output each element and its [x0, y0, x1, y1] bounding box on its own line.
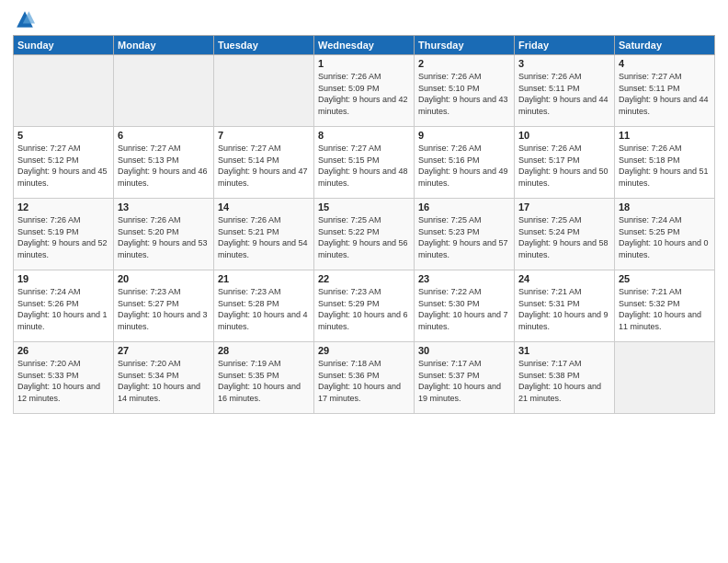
day-info: Sunrise: 7:27 AMSunset: 5:14 PMDaylight:…: [218, 143, 310, 189]
day-info: Sunrise: 7:24 AMSunset: 5:25 PMDaylight:…: [619, 214, 711, 260]
day-number: 4: [619, 58, 711, 69]
day-info: Sunrise: 7:26 AMSunset: 5:16 PMDaylight:…: [418, 143, 510, 189]
logo: [13, 9, 39, 29]
week-row-2: 5Sunrise: 7:27 AMSunset: 5:12 PMDaylight…: [14, 127, 715, 199]
calendar-cell: 19Sunrise: 7:24 AMSunset: 5:26 PMDayligh…: [14, 270, 114, 342]
calendar-cell: 30Sunrise: 7:17 AMSunset: 5:37 PMDayligh…: [415, 342, 515, 414]
day-number: 29: [318, 345, 410, 356]
day-info: Sunrise: 7:20 AMSunset: 5:33 PMDaylight:…: [17, 358, 109, 404]
calendar-cell: 15Sunrise: 7:25 AMSunset: 5:22 PMDayligh…: [314, 199, 415, 270]
calendar-table: SundayMondayTuesdayWednesdayThursdayFrid…: [13, 35, 715, 414]
header: [13, 9, 715, 29]
calendar-cell: 2Sunrise: 7:26 AMSunset: 5:10 PMDaylight…: [415, 55, 515, 127]
calendar-cell: 8Sunrise: 7:27 AMSunset: 5:15 PMDaylight…: [314, 127, 415, 199]
day-info: Sunrise: 7:18 AMSunset: 5:36 PMDaylight:…: [318, 358, 410, 404]
day-number: 22: [318, 273, 410, 284]
week-row-4: 19Sunrise: 7:24 AMSunset: 5:26 PMDayligh…: [14, 270, 715, 342]
day-info: Sunrise: 7:27 AMSunset: 5:13 PMDaylight:…: [118, 143, 210, 189]
day-number: 6: [118, 130, 210, 141]
calendar-cell: 21Sunrise: 7:23 AMSunset: 5:28 PMDayligh…: [214, 270, 314, 342]
week-row-1: 1Sunrise: 7:26 AMSunset: 5:09 PMDaylight…: [14, 55, 715, 127]
week-row-3: 12Sunrise: 7:26 AMSunset: 5:19 PMDayligh…: [14, 199, 715, 270]
day-number: 2: [418, 58, 510, 69]
day-number: 20: [118, 273, 210, 284]
day-info: Sunrise: 7:23 AMSunset: 5:27 PMDaylight:…: [118, 286, 210, 332]
day-number: 31: [518, 345, 610, 356]
day-number: 26: [17, 345, 109, 356]
day-info: Sunrise: 7:24 AMSunset: 5:26 PMDaylight:…: [17, 286, 109, 332]
day-header-wednesday: Wednesday: [314, 36, 415, 55]
day-header-monday: Monday: [114, 36, 214, 55]
day-number: 25: [619, 273, 711, 284]
day-info: Sunrise: 7:27 AMSunset: 5:11 PMDaylight:…: [619, 71, 711, 117]
day-number: 30: [418, 345, 510, 356]
day-info: Sunrise: 7:17 AMSunset: 5:37 PMDaylight:…: [418, 358, 510, 404]
calendar-cell: 10Sunrise: 7:26 AMSunset: 5:17 PMDayligh…: [515, 127, 615, 199]
calendar-cell: [14, 55, 114, 127]
day-number: 15: [318, 201, 410, 213]
day-info: Sunrise: 7:26 AMSunset: 5:21 PMDaylight:…: [218, 214, 310, 260]
day-info: Sunrise: 7:25 AMSunset: 5:24 PMDaylight:…: [518, 214, 610, 260]
calendar-cell: 17Sunrise: 7:25 AMSunset: 5:24 PMDayligh…: [515, 199, 615, 270]
calendar-cell: 22Sunrise: 7:23 AMSunset: 5:29 PMDayligh…: [314, 270, 415, 342]
day-number: 12: [17, 201, 109, 213]
days-header-row: SundayMondayTuesdayWednesdayThursdayFrid…: [14, 36, 715, 55]
calendar-cell: 28Sunrise: 7:19 AMSunset: 5:35 PMDayligh…: [214, 342, 314, 414]
day-info: Sunrise: 7:25 AMSunset: 5:23 PMDaylight:…: [418, 214, 510, 260]
day-number: 28: [218, 345, 310, 356]
week-row-5: 26Sunrise: 7:20 AMSunset: 5:33 PMDayligh…: [14, 342, 715, 414]
calendar-cell: 13Sunrise: 7:26 AMSunset: 5:20 PMDayligh…: [114, 199, 214, 270]
calendar-cell: 18Sunrise: 7:24 AMSunset: 5:25 PMDayligh…: [615, 199, 715, 270]
day-number: 3: [518, 58, 610, 69]
calendar-cell: 24Sunrise: 7:21 AMSunset: 5:31 PMDayligh…: [515, 270, 615, 342]
day-number: 16: [418, 201, 510, 213]
day-header-thursday: Thursday: [415, 36, 515, 55]
day-info: Sunrise: 7:26 AMSunset: 5:17 PMDaylight:…: [518, 143, 610, 189]
calendar-cell: 27Sunrise: 7:20 AMSunset: 5:34 PMDayligh…: [114, 342, 214, 414]
day-number: 14: [218, 201, 310, 213]
calendar-cell: 5Sunrise: 7:27 AMSunset: 5:12 PMDaylight…: [14, 127, 114, 199]
day-info: Sunrise: 7:27 AMSunset: 5:12 PMDaylight:…: [17, 143, 109, 189]
day-header-tuesday: Tuesday: [214, 36, 314, 55]
day-info: Sunrise: 7:20 AMSunset: 5:34 PMDaylight:…: [118, 358, 210, 404]
day-info: Sunrise: 7:26 AMSunset: 5:09 PMDaylight:…: [318, 71, 410, 117]
day-number: 21: [218, 273, 310, 284]
day-number: 8: [318, 130, 410, 141]
calendar-cell: 29Sunrise: 7:18 AMSunset: 5:36 PMDayligh…: [314, 342, 415, 414]
calendar-cell: 16Sunrise: 7:25 AMSunset: 5:23 PMDayligh…: [415, 199, 515, 270]
calendar-cell: 3Sunrise: 7:26 AMSunset: 5:11 PMDaylight…: [515, 55, 615, 127]
day-info: Sunrise: 7:25 AMSunset: 5:22 PMDaylight:…: [318, 214, 410, 260]
calendar-cell: 7Sunrise: 7:27 AMSunset: 5:14 PMDaylight…: [214, 127, 314, 199]
calendar-cell: 9Sunrise: 7:26 AMSunset: 5:16 PMDaylight…: [415, 127, 515, 199]
day-info: Sunrise: 7:26 AMSunset: 5:11 PMDaylight:…: [518, 71, 610, 117]
calendar-cell: 12Sunrise: 7:26 AMSunset: 5:19 PMDayligh…: [14, 199, 114, 270]
calendar-cell: 20Sunrise: 7:23 AMSunset: 5:27 PMDayligh…: [114, 270, 214, 342]
day-number: 13: [118, 201, 210, 213]
day-number: 11: [619, 130, 711, 141]
day-number: 27: [118, 345, 210, 356]
calendar-cell: 1Sunrise: 7:26 AMSunset: 5:09 PMDaylight…: [314, 55, 415, 127]
day-info: Sunrise: 7:23 AMSunset: 5:28 PMDaylight:…: [218, 286, 310, 332]
day-number: 1: [318, 58, 410, 69]
day-info: Sunrise: 7:26 AMSunset: 5:10 PMDaylight:…: [418, 71, 510, 117]
day-info: Sunrise: 7:17 AMSunset: 5:38 PMDaylight:…: [518, 358, 610, 404]
calendar-cell: 26Sunrise: 7:20 AMSunset: 5:33 PMDayligh…: [14, 342, 114, 414]
logo-icon: [15, 9, 35, 29]
day-number: 23: [418, 273, 510, 284]
calendar-cell: [214, 55, 314, 127]
day-number: 19: [17, 273, 109, 284]
day-header-saturday: Saturday: [615, 36, 715, 55]
calendar-container: SundayMondayTuesdayWednesdayThursdayFrid…: [0, 0, 728, 563]
day-number: 24: [518, 273, 610, 284]
day-info: Sunrise: 7:26 AMSunset: 5:20 PMDaylight:…: [118, 214, 210, 260]
calendar-cell: 23Sunrise: 7:22 AMSunset: 5:30 PMDayligh…: [415, 270, 515, 342]
day-info: Sunrise: 7:22 AMSunset: 5:30 PMDaylight:…: [418, 286, 510, 332]
day-header-sunday: Sunday: [14, 36, 114, 55]
day-number: 5: [17, 130, 109, 141]
day-info: Sunrise: 7:21 AMSunset: 5:31 PMDaylight:…: [518, 286, 610, 332]
day-number: 17: [518, 201, 610, 213]
calendar-cell: 4Sunrise: 7:27 AMSunset: 5:11 PMDaylight…: [615, 55, 715, 127]
calendar-cell: 14Sunrise: 7:26 AMSunset: 5:21 PMDayligh…: [214, 199, 314, 270]
day-header-friday: Friday: [515, 36, 615, 55]
day-number: 7: [218, 130, 310, 141]
